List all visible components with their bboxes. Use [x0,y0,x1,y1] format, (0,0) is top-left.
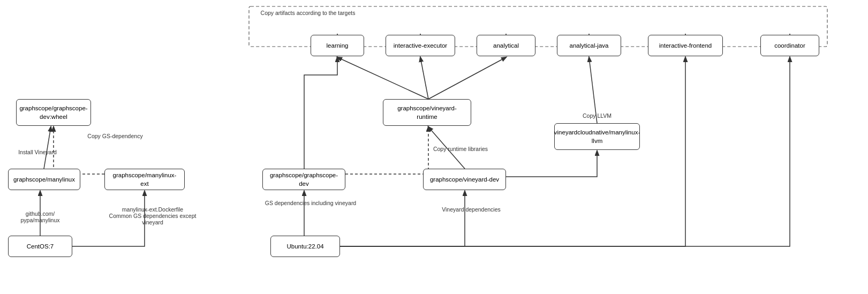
box-coordinator: coordinator [760,35,819,56]
svg-line-5 [337,57,428,99]
label-copy-gs-dep: Copy GS-dependency [83,133,147,139]
svg-line-6 [420,57,428,99]
label-copy-runtime: Copy runtime libraries [423,146,498,152]
diagram-container: CentOS:7 graphscope/manylinux graphscope… [0,0,868,294]
box-manylinux: graphscope/manylinux [8,169,80,190]
box-gs-dev-wheel: graphscope/graphscope-dev:wheel [16,99,91,126]
label-copy-artifacts: Copy artifacts according to the targets [249,10,367,16]
box-interactive-executor: interactive-executor [386,35,455,56]
box-gs-dev: graphscope/graphscope-dev [262,169,345,190]
box-learning: learning [311,35,364,56]
label-install-vineyard: Install Vineyard [16,149,59,155]
box-analytical: analytical [477,35,535,56]
svg-line-1 [44,127,51,169]
box-interactive-frontend: interactive-frontend [648,35,723,56]
box-analytical-java: analytical-java [557,35,621,56]
box-ubuntu: Ubuntu:22.04 [270,236,340,257]
label-copy-llvm: Copy LLVM [576,112,618,119]
box-manylinux-ext: graphscope/manylinux-ext [104,169,185,190]
box-vineyard-dev: graphscope/vineyard-dev [423,169,506,190]
label-gs-deps: GS dependencies including vineyard [257,200,364,206]
label-github-manylinux: github.com/ pypa/manylinux [16,210,64,223]
svg-line-7 [428,57,506,99]
box-vineyardcloud-llvm: vineyardcloudnative/manylinux-llvm [554,123,640,150]
label-vineyard-deps: Vineyard dependencies [428,206,514,213]
box-centos: CentOS:7 [8,236,72,257]
label-manylinux-ext: manylinux-ext.Dockerfile Common GS depen… [99,206,206,225]
box-vineyard-runtime: graphscope/vineyard-runtime [383,99,471,126]
